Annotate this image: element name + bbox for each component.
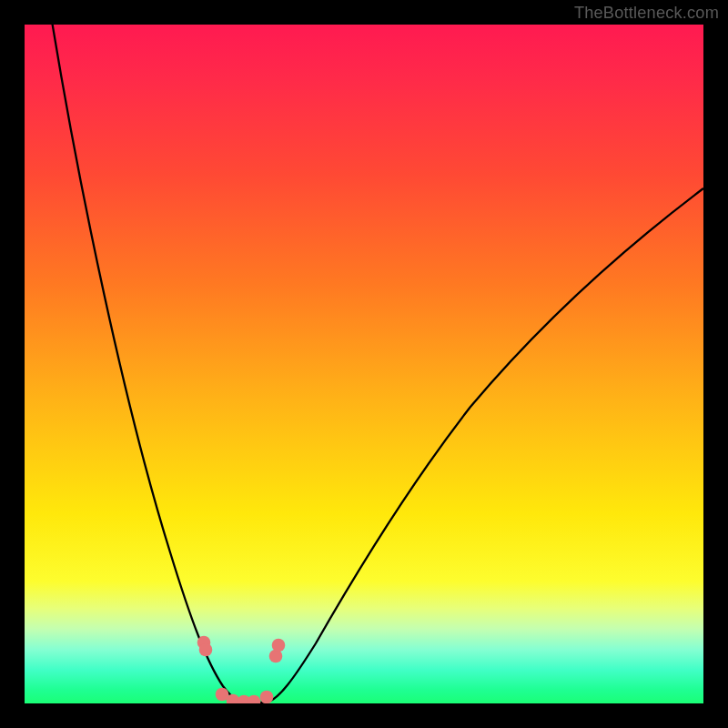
marker-dot bbox=[260, 691, 274, 703]
curve-left-branch bbox=[51, 25, 246, 703]
curve-right-branch bbox=[268, 188, 703, 702]
marker-dot bbox=[272, 639, 286, 652]
bottleneck-curve-svg bbox=[25, 25, 703, 703]
curve-markers bbox=[197, 636, 286, 703]
plot-area bbox=[25, 25, 703, 703]
bottleneck-curve bbox=[51, 25, 703, 703]
watermark-text: TheBottleneck.com bbox=[574, 4, 719, 23]
marker-dot bbox=[248, 695, 261, 703]
chart-frame: TheBottleneck.com bbox=[0, 0, 728, 728]
marker-dot bbox=[199, 643, 213, 657]
